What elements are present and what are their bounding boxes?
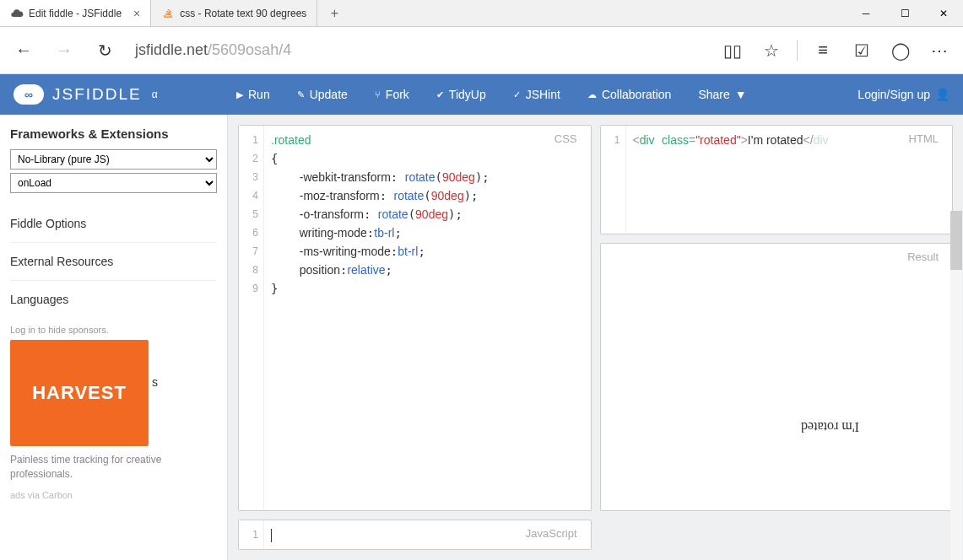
pane-label-html: HTML (904, 131, 944, 147)
user-icon: 👤 (935, 88, 949, 101)
wrap-select[interactable]: onLoad (10, 173, 217, 193)
tidyup-button[interactable]: ✔TidyUp (423, 74, 500, 115)
forward-button[interactable]: → (47, 34, 81, 67)
toolbar: ▶Run ✎Update ⑂Fork ✔TidyUp ✓JSHint ☁Coll… (223, 74, 760, 115)
html-pane[interactable]: 1 <div class="rotated">I'm rotated</div … (600, 125, 954, 234)
hub-icon[interactable]: ≡ (806, 34, 840, 67)
browser-navbar: ← → ↻ jsfiddle.net/5609osah/4 ▯▯ ☆ ≡ ☑ ◯… (0, 27, 963, 74)
jshint-button[interactable]: ✓JSHint (500, 74, 574, 115)
result-body: I'm rotated (601, 244, 953, 510)
back-button[interactable]: ← (7, 34, 41, 67)
run-button[interactable]: ▶Run (223, 74, 284, 115)
pencil-icon: ✎ (297, 89, 305, 100)
library-select[interactable]: No-Library (pure JS) (10, 149, 217, 170)
ads-attribution: ads via Carbon (10, 490, 217, 500)
sponsor-desc: Painless time tracking for creative prof… (10, 453, 217, 482)
alpha-badge: α (152, 89, 158, 100)
check-icon: ✔ (436, 89, 444, 100)
app-header: ∞ JSFIDDLE α ▶Run ✎Update ⑂Fork ✔TidyUp … (0, 74, 963, 115)
line-gutter: 123456789 (239, 126, 264, 510)
sidebar-heading: Frameworks & Extensions (10, 127, 217, 141)
scrollbar[interactable] (950, 211, 962, 560)
minimize-button[interactable]: ─ (847, 0, 885, 26)
login-button[interactable]: Login/Sign up 👤 (858, 88, 949, 101)
js-pane[interactable]: 1 JavaScript (238, 520, 592, 550)
play-icon: ▶ (236, 89, 243, 100)
brand-text: JSFIDDLE (52, 85, 142, 104)
update-button[interactable]: ✎Update (284, 74, 361, 115)
sponsor-ad[interactable]: HARVEST (10, 340, 149, 446)
sidebar-item-fiddle-options[interactable]: Fiddle Options (10, 205, 217, 243)
new-tab-button[interactable]: + (317, 0, 351, 26)
reading-icon[interactable]: ▯▯ (716, 34, 749, 67)
sidebar-item-languages[interactable]: Languages (10, 281, 217, 318)
url-host: jsfiddle.net (135, 41, 208, 59)
browser-tab[interactable]: css - Rotate text 90 degrees (151, 0, 317, 26)
editor-grid: 1 <div class="rotated">I'm rotated</div … (228, 115, 963, 560)
sponsor-prompt: Log in to hide sponsors. (10, 325, 217, 335)
result-output: I'm rotated (801, 419, 859, 434)
check-icon: ✓ (513, 89, 521, 100)
share-icon[interactable]: ◯ (884, 34, 917, 67)
collaboration-button[interactable]: ☁Collaboration (574, 74, 685, 115)
tab-title: css - Rotate text 90 degrees (180, 8, 306, 19)
pane-label-result: Result (902, 249, 944, 265)
sidebar-item-external-resources[interactable]: External Resources (10, 243, 217, 281)
scroll-thumb[interactable] (950, 211, 962, 270)
url-path: /5609osah/4 (208, 41, 291, 59)
refresh-button[interactable]: ↻ (88, 34, 122, 67)
sidebar: Frameworks & Extensions No-Library (pure… (0, 115, 228, 560)
pane-label-js: JavaScript (521, 525, 582, 541)
cloud-logo-icon: ∞ (14, 84, 44, 105)
browser-tab-active[interactable]: Edit fiddle - JSFiddle × (0, 0, 151, 26)
close-icon[interactable]: × (133, 7, 140, 20)
line-gutter: 1 (601, 126, 626, 234)
css-code[interactable]: .rotated { -webkit-transform: rotate(90d… (264, 126, 591, 510)
stackoverflow-icon (161, 7, 175, 20)
fork-button[interactable]: ⑂Fork (361, 74, 423, 115)
tab-title: Edit fiddle - JSFiddle (29, 8, 122, 19)
chevron-down-icon: ▼ (735, 88, 747, 101)
fork-icon: ⑂ (375, 89, 381, 100)
address-bar[interactable]: jsfiddle.net/5609osah/4 (128, 35, 709, 66)
notes-icon[interactable]: ☑ (845, 34, 879, 67)
browser-titlebar: Edit fiddle - JSFiddle × css - Rotate te… (0, 0, 963, 27)
line-gutter: 1 (239, 520, 264, 549)
more-icon[interactable]: ⋯ (922, 34, 956, 67)
cloud-icon: ☁ (587, 89, 597, 100)
cloud-icon (10, 7, 24, 20)
separator (797, 40, 798, 61)
logo[interactable]: ∞ JSFIDDLE α (14, 84, 223, 105)
close-window-button[interactable]: ✕ (924, 0, 963, 26)
favorite-icon[interactable]: ☆ (755, 34, 788, 67)
sidebar-peek: s (152, 375, 158, 389)
pane-label-css: CSS (549, 131, 582, 147)
maximize-button[interactable]: ☐ (885, 0, 924, 26)
share-button[interactable]: Share ▼ (684, 74, 760, 115)
main: Frameworks & Extensions No-Library (pure… (0, 115, 963, 560)
css-pane[interactable]: 123456789 .rotated { -webkit-transform: … (238, 125, 592, 511)
result-pane: I'm rotated Result (600, 243, 954, 511)
window-controls: ─ ☐ ✕ (847, 0, 963, 26)
